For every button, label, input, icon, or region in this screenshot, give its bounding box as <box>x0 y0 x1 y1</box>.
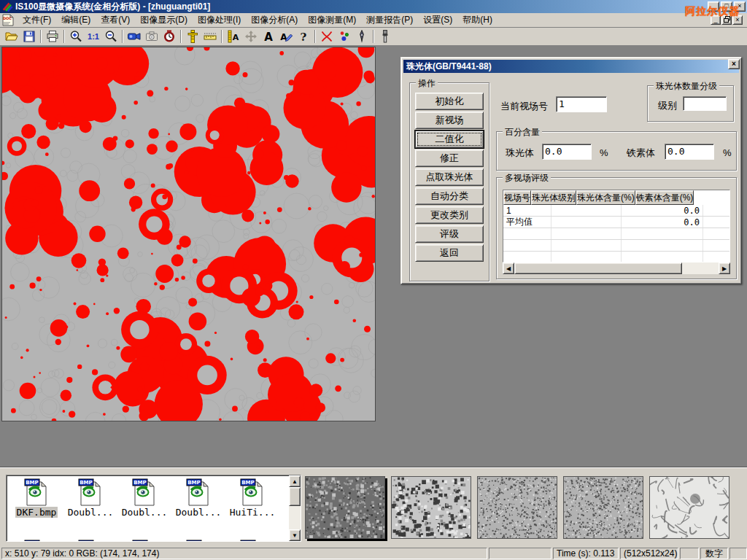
operation-group: 操作 初始化新视场二值化修正点取珠光体自动分类更改类别评级返回 <box>409 82 489 281</box>
timer-clock-icon[interactable] <box>160 28 178 44</box>
open-file-icon[interactable] <box>3 28 20 44</box>
scroll-right-icon[interactable]: ▶ <box>719 262 730 274</box>
current-field-label: 当前视场号 <box>500 100 548 113</box>
svg-text:BMP: BMP <box>133 541 146 542</box>
move-tool-icon[interactable] <box>242 28 260 44</box>
svg-text:BMP: BMP <box>80 541 92 542</box>
multifield-group-label: 多视场评级 <box>503 172 551 184</box>
ferrite-label: 铁素体 <box>627 147 655 160</box>
table-header-cell[interactable]: 视场号 <box>503 190 531 205</box>
scrollbar-thumb[interactable] <box>289 487 301 506</box>
zoom-out-icon[interactable] <box>102 28 120 44</box>
dialog-title-bar[interactable]: 珠光体(GB/T9441-88) <box>403 60 739 73</box>
svg-text:BMP: BMP <box>133 480 146 486</box>
table-header-cell[interactable]: 铁素体含量(%) <box>635 190 694 205</box>
actual-size-button[interactable]: 1:1 <box>85 28 102 44</box>
operation-button[interactable]: 评级 <box>415 225 484 243</box>
menu-item[interactable]: 编辑(E) <box>56 12 96 28</box>
svg-text:A: A <box>264 31 273 44</box>
operation-button[interactable]: 自动分类 <box>415 187 484 205</box>
dialog-title: 珠光体(GB/T9441-88) <box>406 61 492 73</box>
operation-button[interactable]: 点取珠光体 <box>415 168 484 186</box>
menu-item[interactable]: 设置(S) <box>418 12 457 28</box>
video-camera-icon[interactable] <box>125 28 143 44</box>
table-row[interactable]: 1 0.0 <box>503 205 729 217</box>
save-icon[interactable] <box>20 28 38 44</box>
bmp-file-icon: BMP <box>24 540 49 542</box>
file-entry[interactable]: BMP DKF.bmp <box>9 478 63 518</box>
toolbar-separator <box>180 30 182 43</box>
toolbar: 1:1 A A A ? <box>0 28 747 46</box>
mode-status: 数字 <box>700 548 728 559</box>
ruler-measure-icon[interactable] <box>201 28 219 44</box>
operation-button[interactable]: 返回 <box>415 244 484 262</box>
micrograph-thumbnail-1[interactable] <box>305 476 385 539</box>
current-field-input[interactable]: 1 <box>556 96 607 112</box>
menu-item[interactable]: 图像显示(D) <box>135 12 193 28</box>
file-entry[interactable]: BMP HuiTi... <box>225 478 279 518</box>
table-horizontal-scrollbar[interactable]: ◀ ▶ <box>503 262 730 274</box>
svg-text:BMP: BMP <box>187 541 200 542</box>
file-list-scrollbar[interactable]: ▲ ▼ <box>289 475 301 541</box>
text-tool-icon[interactable]: A <box>260 28 277 44</box>
menu-item[interactable]: 图像处理(I) <box>193 12 246 28</box>
curve-tool-icon[interactable] <box>318 28 336 44</box>
help-icon[interactable]: ? <box>295 28 312 44</box>
svg-text:BMP: BMP <box>187 480 200 486</box>
svg-text:DOC: DOC <box>3 16 12 20</box>
file-entry[interactable]: BMP Doubl... <box>63 478 117 518</box>
percent-group: 百分含量 珠光体 0.0 % 铁素体 0.0 % <box>496 131 737 171</box>
zoom-in-icon[interactable] <box>67 28 85 44</box>
file-entry[interactable]: BMP Doubl... <box>171 478 225 518</box>
menu-item[interactable]: 测量报告(P) <box>361 12 418 28</box>
file-entry[interactable]: BMP Doubl... <box>117 478 171 518</box>
rating-table[interactable]: 视场号珠光体级别珠光体含量(%)铁素体含量(%) 1 0.0 平均值 0.0 <box>503 190 730 262</box>
menu-item[interactable]: 文件(F) <box>18 12 56 28</box>
scrollbar-thumb[interactable] <box>514 262 682 274</box>
toolbar-separator <box>63 30 65 43</box>
app-icon <box>1 1 13 12</box>
micrograph-thumbnail-4[interactable] <box>563 476 643 539</box>
level-input[interactable] <box>683 96 727 111</box>
menu-item[interactable]: 图像分析(A) <box>246 12 303 28</box>
menu-item[interactable]: 帮助(H) <box>457 12 498 28</box>
dialog-close-icon[interactable]: × <box>728 59 740 69</box>
table-header-cell[interactable]: 珠光体含量(%) <box>576 190 635 205</box>
pen-tool-icon[interactable] <box>353 28 371 44</box>
bottom-panel: BMP DKF.bmp BMP Doubl... BMP Doubl... BM… <box>0 467 747 545</box>
operation-group-label: 操作 <box>416 77 438 90</box>
print-icon[interactable] <box>44 28 61 44</box>
micrograph-thumbnail-5[interactable] <box>649 476 729 539</box>
table-row[interactable]: 平均值 0.0 <box>503 217 729 228</box>
ferrite-percent-input[interactable]: 0.0 <box>665 144 714 160</box>
micrograph-thumbnail-2[interactable] <box>391 476 471 539</box>
menu-item[interactable]: 图像测量(M) <box>303 12 361 28</box>
table-header-cell[interactable]: 珠光体级别 <box>531 190 576 205</box>
operation-button[interactable]: 初始化 <box>415 93 484 110</box>
operation-buttons: 初始化新视场二值化修正点取珠光体自动分类更改类别评级返回 <box>410 83 489 262</box>
pearlite-percent-input[interactable]: 0.0 <box>542 144 592 160</box>
menu-item[interactable]: 查看(V) <box>96 12 135 28</box>
calibrate-icon[interactable]: A <box>225 28 242 44</box>
percent-group-label: 百分含量 <box>503 126 542 139</box>
micrograph-thumbnail-3[interactable] <box>477 476 557 539</box>
particle-analysis-icon[interactable] <box>336 28 353 44</box>
scroll-up-icon[interactable]: ▲ <box>289 475 301 487</box>
operation-button[interactable]: 更改类别 <box>415 206 484 224</box>
ferrite-cell <box>703 217 730 228</box>
operation-button[interactable]: 新视场 <box>415 112 484 129</box>
scroll-down-icon[interactable]: ▼ <box>289 529 301 541</box>
svg-text:BMP: BMP <box>26 480 38 486</box>
flashlight-tool-icon[interactable] <box>376 28 394 44</box>
operation-button[interactable]: 二值化 <box>415 131 484 148</box>
metallograph-image[interactable] <box>1 47 376 421</box>
image-size-status: (512x512x24) <box>620 548 678 559</box>
caliper-measure-icon[interactable] <box>184 28 201 44</box>
multifield-group: 多视场评级 视场号珠光体级别珠光体含量(%)铁素体含量(%) 1 0.0 平均值 <box>496 177 737 279</box>
toolbar-separator <box>40 30 42 43</box>
scroll-left-icon[interactable]: ◀ <box>503 262 514 274</box>
file-list[interactable]: BMP DKF.bmp BMP Doubl... BMP Doubl... BM… <box>6 475 301 542</box>
annotate-tool-icon[interactable]: A <box>277 28 295 44</box>
operation-button[interactable]: 修正 <box>415 149 484 167</box>
capture-camera-icon[interactable] <box>143 28 160 44</box>
